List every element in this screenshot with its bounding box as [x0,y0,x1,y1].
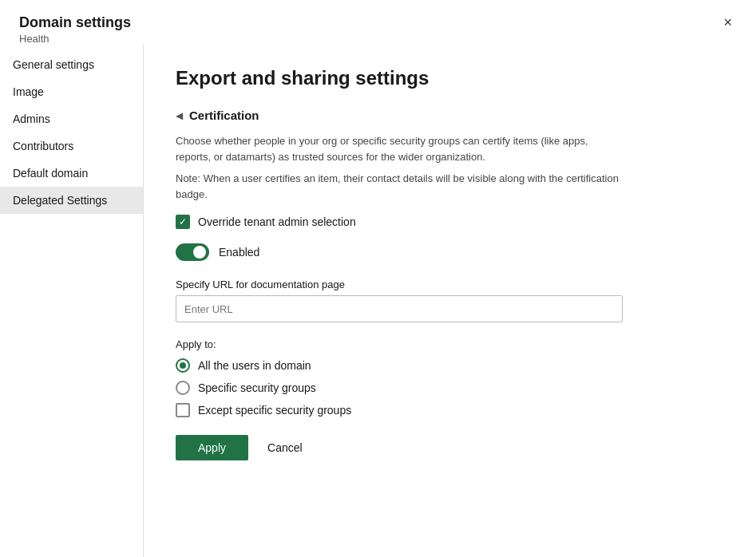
domain-settings-dialog: Domain settings Health × General setting… [0,0,756,557]
except-label: Except specific security groups [198,404,351,417]
enabled-toggle-row: Enabled [176,243,724,261]
dialog-title-block: Domain settings Health [19,14,131,45]
url-input[interactable] [176,295,623,322]
radio-specific-groups[interactable] [176,381,190,395]
override-checkbox[interactable]: ✓ [176,215,190,229]
sidebar-item-default-domain[interactable]: Default domain [0,160,143,187]
radio-specific-groups-row[interactable]: Specific security groups [176,381,724,395]
enabled-toggle[interactable] [176,243,209,261]
page-title: Export and sharing settings [176,67,724,89]
cancel-button[interactable]: Cancel [258,435,312,460]
enabled-label: Enabled [219,246,259,259]
radio-all-users-label: All the users in domain [198,359,311,372]
chevron-icon: ◀ [176,110,183,121]
toggle-thumb [193,246,206,259]
dialog-title: Domain settings [19,14,131,31]
sidebar: General settings Image Admins Contributo… [0,45,144,557]
except-checkbox-row: Except specific security groups [176,403,724,417]
checkmark-icon: ✓ [179,217,187,227]
close-button[interactable]: × [718,13,737,33]
radio-specific-groups-label: Specific security groups [198,381,316,394]
certification-section-header[interactable]: ◀ Certification [176,109,724,122]
override-checkbox-row: ✓ Override tenant admin selection [176,215,724,229]
radio-all-users-row[interactable]: All the users in domain [176,358,724,373]
sidebar-item-admins[interactable]: Admins [0,105,143,132]
radio-all-users[interactable] [176,358,190,373]
apply-button[interactable]: Apply [176,435,248,460]
sidebar-item-contributors[interactable]: Contributors [0,132,143,160]
actions-row: Apply Cancel [176,435,724,460]
certification-title: Certification [189,109,259,122]
sidebar-item-delegated-settings[interactable]: Delegated Settings [0,187,143,214]
url-field-label: Specify URL for documentation page [176,278,724,290]
sidebar-item-image[interactable]: Image [0,78,143,105]
certification-description: Choose whether people in your org or spe… [176,133,623,164]
certification-note: Note: When a user certifies an item, the… [176,171,623,202]
sidebar-item-general-settings[interactable]: General settings [0,51,143,78]
dialog-health-label: Health [19,33,131,45]
dialog-header: Domain settings Health × [0,0,756,45]
dialog-body: General settings Image Admins Contributo… [0,45,756,557]
except-checkbox[interactable] [176,403,190,417]
main-content: Export and sharing settings ◀ Certificat… [144,45,756,557]
radio-inner-dot [180,362,186,369]
apply-to-label: Apply to: [176,338,724,350]
override-label: Override tenant admin selection [198,215,356,228]
